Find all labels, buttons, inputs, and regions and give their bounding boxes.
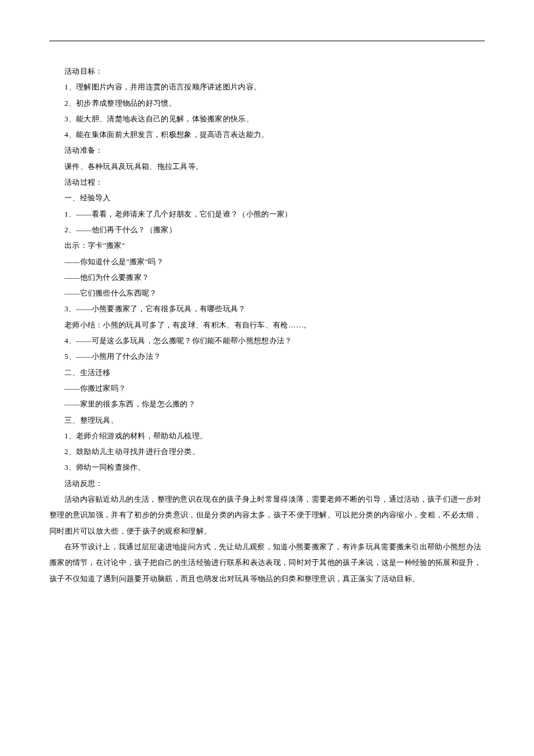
- text-line: 1、理解图片内容，并用连贯的语言按顺序讲述图片内容。: [49, 79, 485, 95]
- text-line: ——你知道什么是"搬家"吗？: [49, 254, 485, 269]
- text-line: ——它们搬些什么东西呢？: [49, 285, 485, 301]
- text-line: 活动准备：: [49, 142, 485, 158]
- document-content: 活动目标： 1、理解图片内容，并用连贯的语言按顺序讲述图片内容。 2、初步养成整…: [49, 63, 485, 586]
- text-line: 活动反思：: [49, 476, 485, 491]
- text-line: 活动目标：: [49, 63, 485, 79]
- horizontal-divider: [49, 41, 485, 41]
- text-line: 1、老师介绍游戏的材料，帮助幼儿梳理。: [49, 428, 485, 444]
- text-line: 3、能大胆、清楚地表达自己的见解，体验搬家的快乐。: [49, 111, 485, 127]
- text-line: 一、经验导入: [49, 190, 485, 206]
- text-line: ——家里的很多东西，你是怎么搬的？: [49, 396, 485, 412]
- text-line: 2、——他们再干什么？（搬家）: [49, 222, 485, 237]
- text-line: 三、整理玩具。: [49, 412, 485, 428]
- text-line: 活动过程：: [49, 174, 485, 190]
- text-line: 2、初步养成整理物品的好习惯。: [49, 95, 485, 111]
- text-paragraph: 在环节设计上，我通过层层递进地提问方式，先让幼儿观察，知道小熊要搬家了，有许多玩…: [49, 539, 485, 586]
- text-line: 课件、各种玩具及玩具箱、拖拉工具等。: [49, 159, 485, 174]
- text-line: 1、——看看，老师请来了几个好朋友，它们是谁？（小熊的一家）: [49, 206, 485, 222]
- text-line: 二、生活迁移: [49, 365, 485, 380]
- text-line: 5、——小熊用了什么办法？: [49, 348, 485, 364]
- text-line: ——你搬过家吗？: [49, 380, 485, 396]
- text-line: ——他们为什么要搬家？: [49, 269, 485, 285]
- text-line: 老师小结：小熊的玩具可多了，有皮球、有积木、有自行车、有枪……。: [49, 317, 485, 333]
- text-line: 2、鼓励幼儿主动寻找并进行合理分类。: [49, 444, 485, 459]
- text-line: 3、——小熊要搬家了，它有很多玩具，有哪些玩具？: [49, 301, 485, 316]
- text-line: 4、——可是这么多玩具，怎么搬呢？你们能不能帮小熊想想办法？: [49, 333, 485, 348]
- text-paragraph: 活动内容贴近幼儿的生活，整理的意识在现在的孩子身上时常显得淡薄，需要老师不断的引…: [49, 491, 485, 539]
- text-line: 3、师幼一同检查操作。: [49, 459, 485, 475]
- text-line: 4、能在集体面前大胆发言，积极想象，提高语言表达能力。: [49, 127, 485, 142]
- text-line: 出示：字卡"搬家": [49, 237, 485, 253]
